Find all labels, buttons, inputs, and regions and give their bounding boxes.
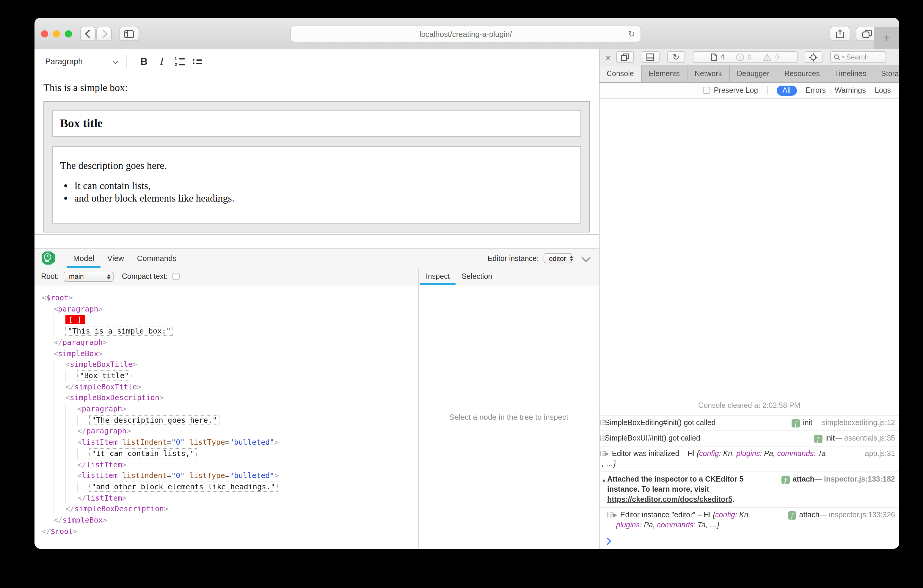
disclosure-collapsed-icon[interactable]: ▶ xyxy=(613,512,618,518)
simple-box-widget[interactable]: Box title The description goes here. It … xyxy=(43,101,590,232)
tab-model[interactable]: Model xyxy=(67,248,101,268)
resource-status-button[interactable]: 4 0 0 xyxy=(693,51,798,63)
tree-line[interactable]: [ ] xyxy=(42,315,418,326)
url-bar[interactable]: localhost/creating-a-plugin/ ↻ xyxy=(290,26,641,42)
source-location[interactable]: — simpleboxediting.js:12 xyxy=(812,418,895,428)
console-row-meta: fattach — inspector.js:133:326 xyxy=(788,510,895,520)
collapse-inspector-icon[interactable] xyxy=(581,253,591,262)
tree-line[interactable]: </paragraph> xyxy=(42,337,418,348)
console-row[interactable]: finit — simpleboxediting.js:12SimpleBoxE… xyxy=(599,415,899,430)
tree-line[interactable]: </simpleBoxTitle> xyxy=(42,381,418,393)
root-select[interactable]: main xyxy=(64,271,113,281)
forward-icon xyxy=(99,30,107,38)
tab-storage[interactable]: Storage xyxy=(874,66,899,82)
dock-bottom-button[interactable] xyxy=(642,51,660,63)
tab-console[interactable]: Console xyxy=(599,66,642,82)
tree-line[interactable]: <$root> xyxy=(42,292,418,304)
simple-box-description[interactable]: The description goes here. It can contai… xyxy=(53,146,581,223)
tree-line[interactable]: </simpleBox> xyxy=(42,515,418,526)
tree-line[interactable]: </simpleBoxDescription> xyxy=(42,504,418,515)
forward-button[interactable] xyxy=(96,27,112,41)
console-row[interactable]: fattach — inspector.js:133:326▶Editor in… xyxy=(599,507,899,533)
tree-line[interactable]: "This is a simple box:" xyxy=(42,326,418,337)
close-window-button[interactable] xyxy=(41,30,48,38)
tab-commands[interactable]: Commands xyxy=(131,248,183,268)
indent-guide xyxy=(42,481,54,493)
source-location[interactable]: — inspector.js:133:326 xyxy=(820,510,895,520)
tree-line[interactable]: <paragraph> xyxy=(42,404,418,415)
console-row[interactable]: app.js:31▶Editor was initialized – Hl {c… xyxy=(599,446,899,471)
inspector-body: <$root><paragraph>[ ]"This is a simple b… xyxy=(34,286,599,549)
message-segment: Pa, xyxy=(642,521,657,529)
zoom-window-button[interactable] xyxy=(65,30,72,38)
bold-button[interactable]: B xyxy=(135,53,153,71)
tree-line[interactable]: "It can contain lists," xyxy=(42,448,418,459)
source-location[interactable]: — essentials.js:35 xyxy=(835,434,895,443)
tree-line[interactable]: "Box title" xyxy=(42,370,418,381)
source-location[interactable]: — inspector.js:133:182 xyxy=(815,475,895,485)
tree-line[interactable]: <simpleBoxDescription> xyxy=(42,393,418,404)
paragraph-dropdown[interactable]: Paragraph xyxy=(45,57,118,66)
editor-instance-select[interactable]: editor xyxy=(544,253,572,263)
reload-icon[interactable]: ↻ xyxy=(628,29,635,39)
console-row[interactable]: fattach — inspector.js:133:182▼Attached … xyxy=(599,471,899,507)
console-pane[interactable]: Console cleared at 2:02:58 PM finit — si… xyxy=(599,99,899,533)
compact-text-checkbox[interactable] xyxy=(172,273,180,280)
tree-line[interactable]: <listItem listIndent="0" listType="bulle… xyxy=(42,471,418,481)
filter-all[interactable]: All xyxy=(777,85,797,95)
indent-guide xyxy=(66,481,77,493)
tree-line[interactable]: <simpleBoxTitle> xyxy=(42,359,418,370)
close-devtools-icon[interactable]: × xyxy=(605,53,611,62)
reload-page-button[interactable]: ↻ xyxy=(667,51,685,63)
source-location[interactable]: app.js:31 xyxy=(865,449,895,459)
italic-button[interactable]: I xyxy=(153,53,171,71)
bulleted-list-button[interactable] xyxy=(189,53,206,71)
tab-inspect[interactable]: Inspect xyxy=(420,268,456,285)
tree-line[interactable]: <listItem listIndent="0" listType="bulle… xyxy=(42,437,418,448)
tab-elements[interactable]: Elements xyxy=(642,66,688,82)
tab-debugger[interactable]: Debugger xyxy=(730,66,777,82)
tab-overview-icon xyxy=(862,30,872,38)
tab-view[interactable]: View xyxy=(101,248,131,268)
filter-logs[interactable]: Logs xyxy=(875,86,891,95)
tab-selection[interactable]: Selection xyxy=(456,268,498,285)
indent-guide xyxy=(42,404,54,415)
indent-guide xyxy=(54,393,66,404)
tab-network[interactable]: Network xyxy=(688,66,730,82)
share-button[interactable] xyxy=(829,27,851,41)
tree-line[interactable]: <simpleBox> xyxy=(42,348,418,359)
console-row-meta: fattach — inspector.js:133:182 xyxy=(781,475,895,485)
tree-line[interactable]: <paragraph> xyxy=(42,304,418,315)
tree-line[interactable]: </paragraph> xyxy=(42,426,418,437)
tab-timelines[interactable]: Timelines xyxy=(828,66,874,82)
text-node: "and other block elements like headings.… xyxy=(89,481,278,492)
tree-line[interactable]: "The description goes here." xyxy=(42,415,418,426)
filter-errors[interactable]: Errors xyxy=(806,86,826,95)
tree-line[interactable]: </listItem> xyxy=(42,459,418,470)
numbered-list-button[interactable]: 1 2 xyxy=(171,53,189,71)
element-picker-button[interactable] xyxy=(805,51,823,63)
tree-line[interactable]: </listItem> xyxy=(42,493,418,504)
minimize-window-button[interactable] xyxy=(53,30,60,38)
editor-editable[interactable]: This is a simple box: Box title The desc… xyxy=(34,74,599,235)
preserve-log-checkbox[interactable] xyxy=(703,87,710,94)
simple-box-title[interactable]: Box title xyxy=(53,110,581,137)
console-row[interactable]: finit — essentials.js:35SimpleBoxUI#init… xyxy=(599,430,899,446)
console-line: plugins: Pa, commands: Ta, …} xyxy=(616,520,895,531)
new-tab-button[interactable]: + xyxy=(874,27,899,49)
disclosure-expanded-icon[interactable]: ▼ xyxy=(601,476,607,486)
detach-devtools-button[interactable] xyxy=(616,51,634,63)
back-button[interactable] xyxy=(80,27,96,41)
tab-resources[interactable]: Resources xyxy=(777,66,828,82)
model-tree[interactable]: <$root><paragraph>[ ]"This is a simple b… xyxy=(34,286,418,549)
console-prompt[interactable] xyxy=(599,533,899,549)
intro-paragraph[interactable]: This is a simple box: xyxy=(34,74,599,101)
filter-warnings[interactable]: Warnings xyxy=(835,86,866,95)
devtools-search-field[interactable]: Search xyxy=(830,51,886,63)
indent-guide xyxy=(54,493,66,504)
indent-guide xyxy=(42,515,54,526)
italic-label: I xyxy=(160,55,164,68)
sidebar-button[interactable] xyxy=(119,27,139,41)
tree-line[interactable]: </$root> xyxy=(42,526,418,537)
tree-line[interactable]: "and other block elements like headings.… xyxy=(42,481,418,493)
